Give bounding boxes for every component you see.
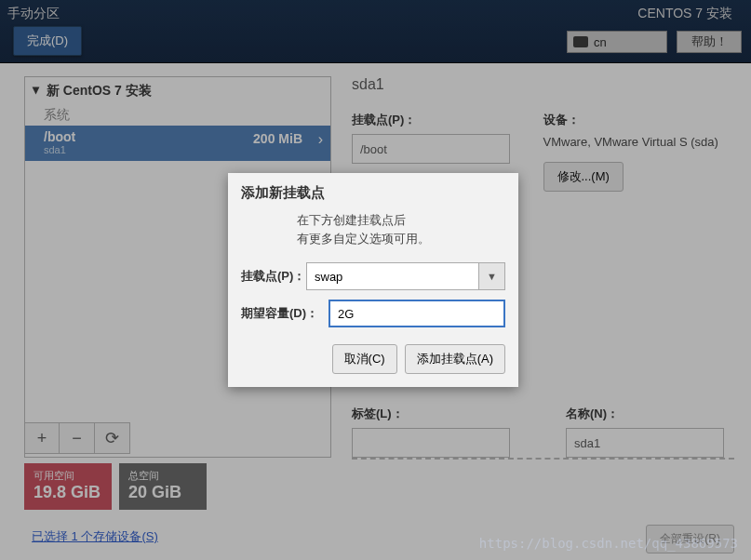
- dialog-mount-label: 挂载点(P)：: [241, 268, 306, 285]
- dialog-description: 在下方创建挂载点后 有更多自定义选项可用。: [297, 211, 505, 247]
- dialog-mount-input[interactable]: [306, 262, 479, 290]
- dialog-mount-combo[interactable]: ▼: [306, 262, 505, 290]
- dialog-cancel-button[interactable]: 取消(C): [332, 344, 397, 374]
- watermark: https://blog.csdn.net/qq_43869573: [479, 536, 738, 551]
- dialog-capacity-input[interactable]: [329, 300, 505, 327]
- dialog-add-button[interactable]: 添加挂载点(A): [405, 344, 505, 374]
- add-mount-point-dialog: 添加新挂载点 在下方创建挂载点后 有更多自定义选项可用。 挂载点(P)： ▼ 期…: [228, 173, 518, 387]
- dialog-title: 添加新挂载点: [241, 184, 505, 202]
- dialog-capacity-label: 期望容量(D)：: [241, 305, 329, 322]
- dropdown-icon[interactable]: ▼: [479, 262, 505, 290]
